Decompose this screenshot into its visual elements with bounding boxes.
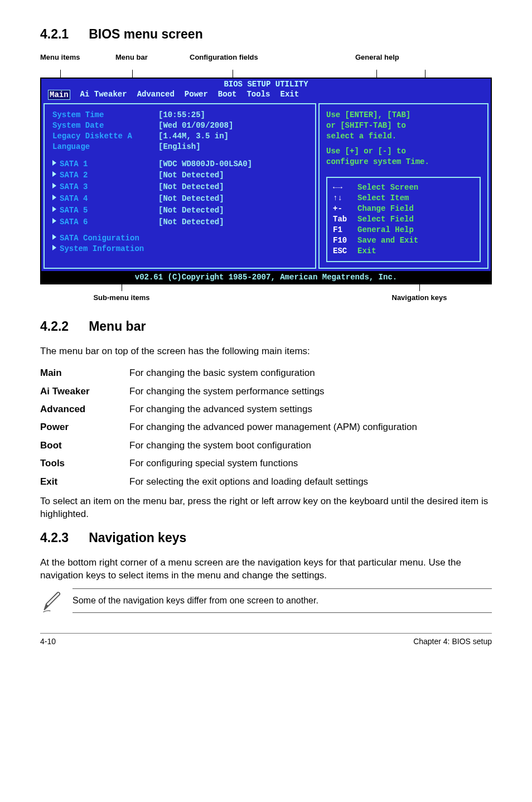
menu-description-table: MainFor changing the basic system config…	[40, 364, 492, 491]
bios-screen: BIOS SETUP UTILITY Main Ai Tweaker Advan…	[40, 78, 492, 284]
sata-5[interactable]: SATA 5[Not Detected]	[52, 205, 307, 216]
label-legacy-diskette: Legacy Diskette A	[52, 131, 158, 142]
label-system-time: System Time	[52, 110, 158, 120]
row-tools: ToolsFor configuring special system func…	[40, 455, 492, 472]
triangle-icon	[52, 183, 56, 189]
heading-422-title: Menu bar	[89, 319, 146, 334]
label-general-help: General help	[355, 53, 399, 61]
pencil-icon	[40, 588, 72, 616]
field-language[interactable]: Language [English]	[52, 142, 307, 152]
label-config-fields: Configuration fields	[190, 53, 258, 61]
field-legacy-diskette[interactable]: Legacy Diskette A [1.44M, 3.5 in]	[52, 131, 307, 142]
page-number: 4-10	[40, 637, 56, 646]
sata-6[interactable]: SATA 6[Not Detected]	[52, 217, 307, 228]
row-exit: ExitFor selecting the exit options and l…	[40, 473, 492, 491]
nav-save-exit: F10Save and Exit	[333, 235, 474, 246]
triangle-icon	[52, 171, 56, 177]
tab-boot[interactable]: Boot	[218, 90, 237, 100]
label-language: Language	[52, 142, 158, 152]
note-block: Some of the navigation keys differ from …	[40, 588, 492, 616]
heading-421-title: BIOS menu screen	[89, 27, 203, 41]
triangle-icon	[52, 206, 56, 212]
row-ai-tweaker: Ai TweakerFor changing the system perfor…	[40, 383, 492, 400]
sata-2[interactable]: SATA 2[Not Detected]	[52, 170, 307, 181]
label-navigation-keys: Navigation keys	[392, 293, 447, 302]
label-sub-menu-items: Sub-menu items	[93, 293, 149, 302]
callout-labels-top: Menu items Menu bar Configuration fields…	[40, 53, 492, 70]
nav-select-field: TabSelect Field	[333, 214, 474, 225]
bios-right-pane: Use [ENTER], [TAB] or [SHIFT-TAB] to sel…	[318, 103, 489, 269]
text-422-foot: To select an item on the menu bar, press…	[40, 495, 492, 520]
nav-general-help: F1General Help	[333, 225, 474, 235]
field-system-time[interactable]: System Time [10:55:25]	[52, 110, 307, 120]
nav-select-item: ↑↓Select Item	[333, 193, 474, 204]
note-text: Some of the navigation keys differ from …	[72, 588, 492, 613]
submenu-system-info[interactable]: System Information	[52, 244, 307, 254]
chapter-label: Chapter 4: BIOS setup	[413, 637, 492, 646]
heading-423-title: Navigation keys	[89, 530, 186, 545]
bios-title: BIOS SETUP UTILITY	[41, 79, 491, 89]
tab-advanced[interactable]: Advanced	[137, 90, 175, 100]
value-system-time: [10:55:25]	[158, 110, 205, 120]
tab-tools[interactable]: Tools	[246, 90, 270, 100]
callout-labels-bottom: Sub-menu items Navigation keys	[40, 284, 492, 307]
triangle-icon	[52, 245, 56, 250]
field-system-date[interactable]: System Date [Wed 01/09/2008]	[52, 120, 307, 131]
row-boot: BootFor changing the system boot configu…	[40, 437, 492, 455]
text-422-intro: The menu bar on top of the screen has th…	[40, 345, 492, 357]
value-language: [English]	[158, 142, 201, 152]
text-423-body: At the bottom right corner of a menu scr…	[40, 557, 492, 582]
heading-422: 4.2.2Menu bar	[40, 319, 492, 334]
heading-423-num: 4.2.3	[40, 530, 69, 545]
row-power: PowerFor changing the advanced power man…	[40, 418, 492, 436]
bios-left-pane: System Time [10:55:25] System Date [Wed …	[43, 103, 316, 269]
heading-422-num: 4.2.2	[40, 319, 69, 334]
bios-footer: v02.61 (C)Copyright 1985-2007, American …	[41, 271, 491, 283]
bios-nav-keys-box: ←→Select Screen ↑↓Select Item +-Change F…	[326, 177, 481, 262]
heading-421: 4.2.1BIOS menu screen	[40, 27, 492, 42]
bios-help-text: Use [ENTER], [TAB] or [SHIFT-TAB] to sel…	[326, 110, 481, 167]
sata-1[interactable]: SATA 1[WDC WD800JD-00LSA0]	[52, 159, 307, 170]
tab-main[interactable]: Main	[48, 90, 70, 100]
row-advanced: AdvancedFor changing the advanced system…	[40, 400, 492, 418]
nav-select-screen: ←→Select Screen	[333, 182, 474, 193]
value-system-date: [Wed 01/09/2008]	[158, 120, 233, 131]
triangle-icon	[52, 234, 56, 240]
tab-ai-tweaker[interactable]: Ai Tweaker	[80, 90, 127, 100]
heading-421-num: 4.2.1	[40, 27, 69, 42]
sata-3[interactable]: SATA 3[Not Detected]	[52, 182, 307, 192]
value-legacy-diskette: [1.44M, 3.5 in]	[158, 131, 229, 142]
triangle-icon	[52, 160, 56, 166]
sata-4[interactable]: SATA 4[Not Detected]	[52, 194, 307, 204]
page-footer: 4-10 Chapter 4: BIOS setup	[40, 633, 492, 646]
tick-row-top	[40, 70, 492, 78]
tab-exit[interactable]: Exit	[280, 90, 299, 100]
heading-423: 4.2.3Navigation keys	[40, 530, 492, 545]
label-menu-items: Menu items	[40, 53, 80, 61]
triangle-icon	[52, 218, 56, 224]
tab-power[interactable]: Power	[185, 90, 208, 100]
label-system-date: System Date	[52, 120, 158, 131]
bios-tabbar: Main Ai Tweaker Advanced Power Boot Tool…	[41, 89, 491, 103]
submenu-sata-config[interactable]: SATA Coniguration	[52, 233, 307, 244]
nav-exit: ESCExit	[333, 246, 474, 257]
triangle-icon	[52, 195, 56, 200]
label-menu-bar: Menu bar	[115, 53, 148, 61]
nav-change-field: +-Change Field	[333, 204, 474, 214]
row-main: MainFor changing the basic system config…	[40, 364, 492, 382]
